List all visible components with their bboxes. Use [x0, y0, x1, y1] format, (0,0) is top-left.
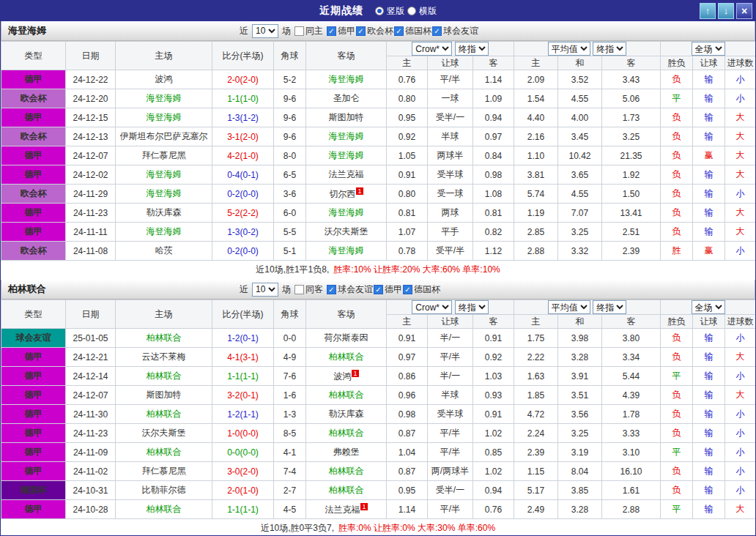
average-stage-select[interactable]: 终指	[593, 300, 626, 314]
checkbox-icon[interactable]: ✓	[403, 285, 412, 294]
away-team: 切尔西1	[306, 185, 387, 204]
competition-badge: 德甲	[1, 70, 66, 89]
recent-count-select[interactable]: 10	[252, 283, 278, 297]
home-team: 拜仁慕尼黑	[116, 146, 212, 165]
bookmaker-select[interactable]: Crow*	[412, 300, 452, 314]
col-header-handicap-result: 让球	[693, 56, 725, 70]
odds-home: 0.95	[387, 108, 428, 127]
result-handicap: 输	[693, 405, 725, 424]
odds-home: 0.76	[387, 70, 428, 89]
team-label: 云达不莱梅	[142, 351, 186, 362]
match-row: 德甲24-12-07斯图加特3-2(0-1)1-6柏林联合0.96半球0.931…	[1, 386, 756, 405]
fulltime-select[interactable]: 全场	[692, 42, 725, 56]
corner-score: 4-5	[274, 500, 306, 519]
col-header-goals: 进球数	[725, 315, 756, 329]
corner-score: 1-3	[274, 405, 306, 424]
odds-home: 1.07	[387, 223, 428, 242]
result-handicap: 输	[693, 108, 725, 127]
match-row: 欧会杯24-12-20海登海姆1-1(1-0)9-6圣加仑0.80一球1.091…	[1, 89, 756, 108]
avg-away: 3.33	[602, 424, 661, 443]
result-goals: 小	[725, 242, 756, 261]
avg-away: 1.61	[602, 481, 661, 500]
avg-away: 13.41	[602, 204, 661, 223]
bookmaker-select[interactable]: Crow*	[412, 42, 452, 56]
competition-badge: 德甲	[1, 462, 66, 481]
result-handicap: 输	[693, 204, 725, 223]
competition-filter[interactable]: ✓德甲	[374, 283, 402, 296]
odds-home: 0.80	[387, 185, 428, 204]
matches-table: 类型 日期 主场 比分(半场) 角球 客场 Crow* 终指 平均值 终指	[1, 41, 756, 261]
competition-filter[interactable]: ✓德甲	[327, 25, 355, 37]
checkbox-icon[interactable]: ✓	[327, 26, 336, 36]
competition-filter[interactable]: ✓球会友谊	[327, 283, 373, 296]
checkbox-icon[interactable]: ✓	[432, 26, 442, 36]
match-date: 24-12-02	[66, 165, 116, 185]
scroll-down-button[interactable]: ↓	[718, 3, 734, 19]
match-date: 24-11-11	[66, 223, 116, 242]
competition-filter[interactable]: ✓球会友谊	[432, 25, 478, 37]
corner-score: 6-0	[274, 204, 306, 223]
match-row: 德甲24-11-23勒沃库森5-2(2-2)6-0海登海姆0.81两球0.811…	[1, 204, 756, 223]
recent-count-select[interactable]: 10	[252, 24, 278, 38]
filter-controls: 近 10 场 同主 ✓德甲✓欧会杯✓德国杯✓球会友谊	[240, 24, 478, 38]
score: 3-1(2-0)	[212, 127, 274, 146]
odds-away: 1.12	[473, 242, 514, 261]
away-team: 沃尔夫斯堡	[306, 223, 387, 242]
close-button[interactable]: ×	[736, 3, 752, 19]
competition-label: 德甲	[338, 25, 355, 37]
team-label: 斯图加特	[147, 390, 182, 400]
vertical-layout-label[interactable]: 竖版	[387, 5, 404, 18]
scroll-up-button[interactable]: ↑	[700, 3, 716, 19]
odds-home: 0.81	[387, 204, 428, 223]
competition-label: 球会友谊	[443, 25, 478, 37]
avg-away: 2.88	[602, 500, 661, 519]
home-team: 哈茨	[116, 242, 212, 261]
corner-score: 9-6	[274, 89, 306, 108]
average-select[interactable]: 平均值	[548, 300, 590, 314]
same-venue-filter[interactable]: 同主	[294, 25, 323, 37]
score: 1-0(0-0)	[212, 424, 274, 443]
competition-filter[interactable]: ✓欧会杯	[356, 25, 393, 37]
home-team: 海登海姆	[116, 89, 212, 108]
result-winloss: 胜	[661, 242, 693, 261]
odds-stage-select[interactable]: 终指	[455, 300, 489, 314]
competition-filter[interactable]: ✓德国杯	[394, 25, 431, 37]
col-header-avg-home: 主	[514, 315, 558, 329]
horizontal-layout-radio[interactable]	[407, 7, 416, 15]
checkbox-icon[interactable]: ✓	[394, 26, 404, 36]
avg-away: 2.39	[602, 242, 661, 261]
team-label: 伊斯坦布尔巴萨克塞尔	[120, 131, 208, 141]
score: 0-2(0-0)	[212, 242, 274, 261]
odds-home: 0.96	[387, 386, 428, 405]
col-header-home: 主场	[116, 300, 212, 329]
result-goals: 小	[725, 405, 756, 424]
checkbox-icon[interactable]: ✓	[327, 285, 336, 294]
result-winloss: 负	[661, 165, 693, 185]
result-goals: 小	[725, 443, 756, 462]
competition-filter[interactable]: ✓德国杯	[403, 283, 440, 296]
vertical-layout-radio[interactable]	[375, 7, 384, 15]
odds-away: 1.02	[473, 462, 514, 481]
competition-label: 球会友谊	[338, 283, 373, 296]
average-select[interactable]: 平均值	[548, 42, 590, 56]
team-label: 波鸿	[333, 371, 351, 381]
score: 2-0(1-0)	[212, 481, 274, 500]
avg-home: 4.72	[514, 405, 558, 424]
horizontal-layout-label[interactable]: 横版	[419, 5, 437, 18]
odds-home: 0.87	[387, 424, 428, 443]
checkbox-icon[interactable]	[294, 285, 304, 294]
checkbox-icon[interactable]: ✓	[356, 26, 366, 36]
recent-unit-label: 场	[282, 25, 291, 37]
record-summary: 近10场,胜1平1负8, 胜率:10% 让胜率:20% 大率:60% 单率:10…	[1, 261, 755, 278]
odds-stage-select[interactable]: 终指	[455, 42, 489, 56]
fulltime-select[interactable]: 全场	[692, 300, 725, 314]
checkbox-icon[interactable]	[294, 26, 304, 36]
checkbox-icon[interactable]: ✓	[374, 285, 383, 294]
avg-home: 1.10	[514, 146, 558, 165]
avg-away: 3.34	[602, 348, 661, 367]
home-team: 海登海姆	[116, 108, 212, 127]
team-name: 柏林联合	[1, 283, 240, 296]
average-stage-select[interactable]: 终指	[593, 42, 626, 56]
record-summary: 近10场,胜0平3负7, 胜率:0% 让胜率:0% 大率:30% 单率:60%	[1, 519, 755, 536]
same-venue-filter[interactable]: 同客	[294, 283, 323, 296]
